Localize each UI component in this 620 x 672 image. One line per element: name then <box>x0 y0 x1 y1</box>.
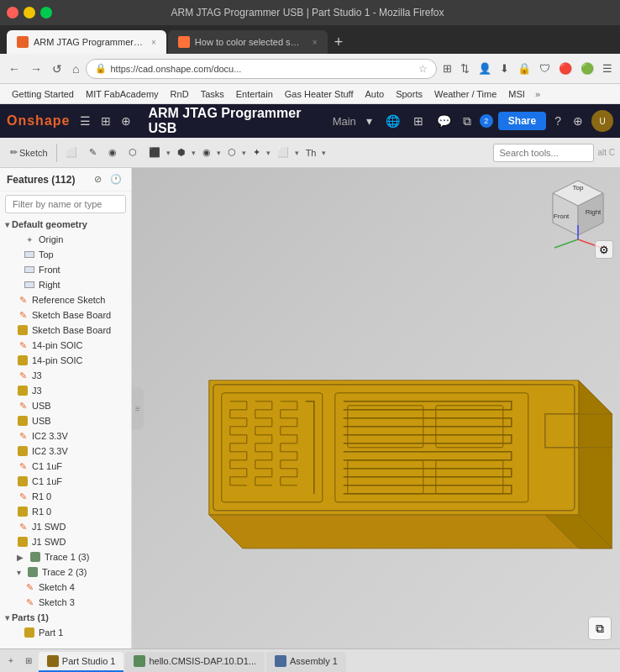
tool-dropdown-9[interactable]: ⬡ ▾ <box>223 144 246 160</box>
profile-menu-btn[interactable]: ⊕ <box>570 113 586 129</box>
bookmark-entertain[interactable]: Entertain <box>231 87 278 101</box>
front-plane-item[interactable]: Front <box>0 262 131 277</box>
reload-btn[interactable]: ↺ <box>49 60 66 77</box>
part1-item[interactable]: Part 1 <box>0 625 131 640</box>
link-btn[interactable]: ⧉ <box>460 113 475 130</box>
dropdown8-arrow[interactable]: ▾ <box>217 149 221 157</box>
bookmark-gas-heater[interactable]: Gas Heater Stuff <box>280 87 359 101</box>
workspace-btn[interactable]: ⊞ <box>410 113 427 129</box>
cmsis-tab[interactable]: hello.CMSIS-DAP.10.D1... <box>125 652 265 672</box>
parts-group-header[interactable]: ▾ Parts (1) <box>0 610 131 625</box>
forward-btn[interactable]: → <box>27 60 45 77</box>
j3-extrude[interactable]: J3 <box>0 383 131 398</box>
top-plane-item[interactable]: Top <box>0 247 131 262</box>
extensions-btn[interactable]: ⊞ <box>440 60 454 76</box>
addon-btn1[interactable]: 🛡 <box>537 60 553 76</box>
minimize-window-btn[interactable] <box>24 7 35 18</box>
reference-sketch-item[interactable]: ✎ Reference Sketch <box>0 292 131 307</box>
bookmark-more-btn[interactable]: » <box>532 87 544 101</box>
sync-btn[interactable]: ⇅ <box>458 60 472 76</box>
soic14-extrude[interactable]: 14-pin SOIC <box>0 353 131 368</box>
bookmark-auto[interactable]: Auto <box>360 87 390 101</box>
j3-sketch[interactable]: ✎ J3 <box>0 368 131 383</box>
r1-sketch[interactable]: ✎ R1 0 <box>0 489 131 504</box>
share-btn[interactable]: Share <box>498 112 546 130</box>
new-tab-btn[interactable]: + <box>329 30 349 54</box>
branch-dropdown-btn[interactable]: ▾ <box>363 113 376 129</box>
ic2-sketch[interactable]: ✎ IC2 3.3V <box>0 428 131 444</box>
bookmark-weather[interactable]: Weather / Time <box>429 87 502 101</box>
tool-btn-10[interactable]: ✦ <box>248 144 265 160</box>
viewport-copy-btn[interactable]: ⧉ <box>588 617 612 640</box>
tool-btn-7[interactable]: ⬢ <box>172 144 191 160</box>
browser-tab-2[interactable]: How to color selected surf... × <box>168 30 328 54</box>
scroll-handle[interactable]: ≡ <box>132 387 144 429</box>
dropdown7-arrow[interactable]: ▾ <box>192 149 196 157</box>
viewport[interactable]: Top Front Right X ⚙ ≡ ⧉ <box>132 168 620 648</box>
dropdown12-arrow[interactable]: ▾ <box>322 149 326 157</box>
address-bar[interactable]: 🔒 https://cad.onshape.com/docu... ☆ <box>86 59 437 79</box>
browser-tab-1[interactable]: ARM JTAG Programmer US... × <box>7 30 166 54</box>
bookmark-mit[interactable]: MIT FabAcademy <box>81 87 164 101</box>
tool-btn-11[interactable]: ⬜ <box>272 144 294 160</box>
dropdown10-arrow[interactable]: ▾ <box>266 149 271 157</box>
tab2-close-btn[interactable]: × <box>313 38 318 47</box>
tool-dropdown-10[interactable]: ✦ ▾ <box>248 144 271 160</box>
sketch-btn[interactable]: ✏ Sketch <box>5 144 53 160</box>
add-tab-btn[interactable]: + <box>3 649 18 672</box>
dropdown6-arrow[interactable]: ▾ <box>166 149 171 157</box>
tool-btn-4[interactable]: ◉ <box>103 144 122 160</box>
default-geometry-header[interactable]: ▾ Default geometry <box>0 217 131 232</box>
c1-extrude[interactable]: C1 1uF <box>0 474 131 489</box>
part-studio-tab[interactable]: Part Studio 1 <box>39 652 124 672</box>
bookmark-sports[interactable]: Sports <box>391 87 428 101</box>
manage-tabs-btn[interactable]: ⊞ <box>20 649 37 672</box>
properties-btn[interactable]: ⊞ <box>97 113 114 129</box>
usb-sketch[interactable]: ✎ USB <box>0 398 131 413</box>
globe-btn[interactable]: 🌐 <box>382 113 403 129</box>
tool-btn-5[interactable]: ⬡ <box>123 144 142 160</box>
bookmark-tasks[interactable]: Tasks <box>196 87 229 101</box>
tool-btn-6[interactable]: ⬛ <box>144 144 166 160</box>
address-star-icon[interactable]: ☆ <box>418 63 428 75</box>
sketch3-item[interactable]: ✎ Sketch 3 <box>0 595 131 610</box>
insert-btn[interactable]: ⊕ <box>118 113 134 129</box>
tool-dropdown-6[interactable]: ⬛ ▾ <box>144 144 171 160</box>
trace1-group[interactable]: ▶ Trace 1 (3) <box>0 549 131 564</box>
addon-btn2[interactable]: 🔴 <box>556 60 575 76</box>
home-btn[interactable]: ⌂ <box>69 60 82 77</box>
right-plane-item[interactable]: Right <box>0 277 131 292</box>
chat-btn[interactable]: 💬 <box>433 113 454 129</box>
maximize-window-btn[interactable] <box>40 7 52 18</box>
account-btn[interactable]: 👤 <box>476 60 494 76</box>
soic14-sketch[interactable]: ✎ 14-pin SOIC <box>0 338 131 353</box>
tool-btn-3[interactable]: ✎ <box>84 144 102 160</box>
tool-dropdown-7[interactable]: ⬢ ▾ <box>172 144 196 160</box>
back-btn[interactable]: ← <box>5 60 24 77</box>
cube-settings-btn[interactable]: ⚙ <box>595 240 613 259</box>
dropdown9-arrow[interactable]: ▾ <box>242 149 246 157</box>
private-mode-btn[interactable]: 🔒 <box>515 60 533 76</box>
features-clock-btn[interactable]: 🕐 <box>108 173 124 186</box>
j1swd-sketch[interactable]: ✎ J1 SWD <box>0 519 131 534</box>
hamburger-menu-btn[interactable]: ☰ <box>76 113 94 129</box>
nav-cube[interactable]: Top Front Right X <box>544 176 612 244</box>
user-avatar[interactable]: U <box>591 110 613 132</box>
origin-item[interactable]: ✦ Origin <box>0 232 131 247</box>
bookmark-rnd[interactable]: RnD <box>166 87 194 101</box>
feature-filter-input[interactable] <box>5 195 126 213</box>
close-window-btn[interactable] <box>7 7 18 18</box>
sketch-base-board-extrude[interactable]: Sketch Base Board <box>0 323 131 338</box>
trace2-group[interactable]: ▾ Trace 2 (3) <box>0 564 131 580</box>
downloads-btn[interactable]: ⬇ <box>497 60 512 76</box>
r1-extrude[interactable]: R1 0 <box>0 504 131 519</box>
bookmark-getting-started[interactable]: Getting Started <box>7 87 79 101</box>
search-tools-input[interactable] <box>493 144 594 162</box>
help-btn[interactable]: ? <box>551 113 565 129</box>
assembly-tab[interactable]: Assembly 1 <box>266 652 346 672</box>
tab1-close-btn[interactable]: × <box>151 38 156 47</box>
tool-dropdown-8[interactable]: ◉ ▾ <box>197 144 221 160</box>
tool-btn-12[interactable]: Th <box>301 145 322 160</box>
dropdown11-arrow[interactable]: ▾ <box>295 149 299 157</box>
more-tools-btn[interactable]: ☰ <box>600 60 615 76</box>
